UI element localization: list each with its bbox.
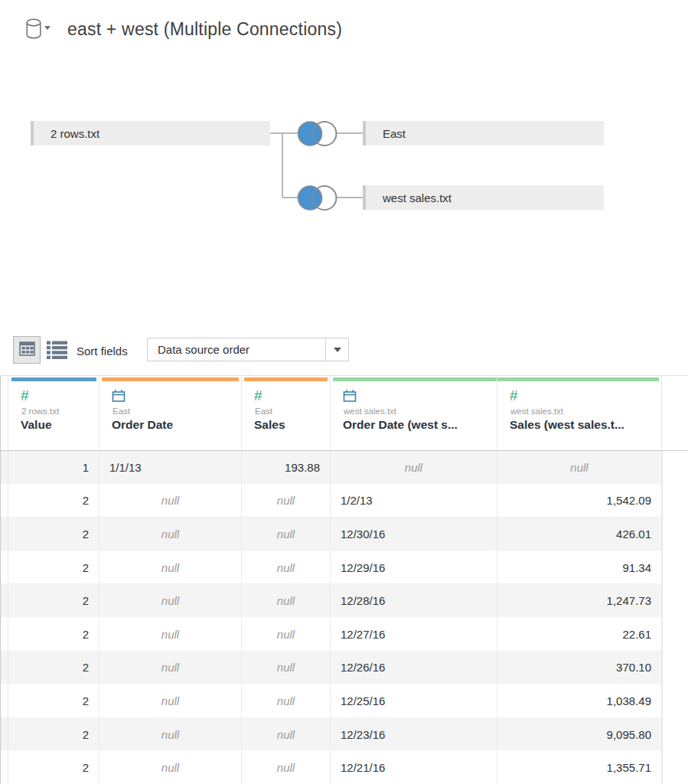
table-cell: 2 xyxy=(8,652,99,685)
table-cell: 2 xyxy=(8,618,99,652)
column-accent-bar xyxy=(244,377,328,381)
table-row: 2nullnull12/27/1622.61 xyxy=(1,618,662,652)
column-accent-bar xyxy=(497,377,659,381)
table-cell: 2 xyxy=(8,751,99,784)
column-field-name: Sales (west sales.t... xyxy=(510,418,651,432)
select-dropdown-button[interactable] xyxy=(325,338,348,361)
table-cell: null xyxy=(242,584,331,618)
table-cell: 12/25/16 xyxy=(331,684,497,718)
table-cell: null xyxy=(242,551,331,585)
column-header-order-date-west-s[interactable]: west sales.txtOrder Date (west s... xyxy=(331,376,497,450)
column-header-sales[interactable]: #EastSales xyxy=(242,376,331,450)
table-row: 2nullnull12/21/161,355.71 xyxy=(1,751,662,784)
table-cell: 2 xyxy=(8,518,99,551)
table-cell: 2 xyxy=(8,485,99,518)
table-cell: 12/23/16 xyxy=(331,718,497,752)
row-gutter-cell xyxy=(1,618,8,652)
page-title: east + west (Multiple Connections) xyxy=(67,19,342,40)
column-header-sales-west-sales-t[interactable]: #west sales.txtSales (west sales.t... xyxy=(497,376,662,450)
table-cell: 12/26/16 xyxy=(331,652,497,685)
table-cell: 1/2/13 xyxy=(331,485,497,518)
sort-order-selected-value: Data source order xyxy=(148,338,325,361)
table-cell: null xyxy=(99,518,242,551)
table-cell: 12/28/16 xyxy=(331,584,497,618)
table-cell: null xyxy=(242,718,331,752)
sort-order-select[interactable]: Data source order xyxy=(147,338,349,361)
column-header-value[interactable]: #2 rows.txtValue xyxy=(8,376,99,450)
table-cell: 12/29/16 xyxy=(331,551,497,585)
column-source-label: west sales.txt xyxy=(510,407,651,416)
table-row: 2nullnull1/2/131,542.09 xyxy=(1,485,662,518)
table-cell: null xyxy=(99,551,242,585)
number-icon: # xyxy=(254,388,330,403)
table-cell: null xyxy=(99,652,242,685)
table-cell: null xyxy=(242,485,331,518)
column-source-label: East xyxy=(255,407,319,416)
grid-view-icon xyxy=(19,341,35,358)
row-gutter-cell xyxy=(1,718,8,752)
column-accent-bar xyxy=(333,377,497,381)
table-cell: 193.88 xyxy=(242,451,331,485)
table-row: 2nullnull12/26/16370.10 xyxy=(1,652,662,685)
column-field-name: Sales xyxy=(254,418,319,432)
table-node-label: west sales.txt xyxy=(383,191,452,204)
table-node-west-sales-txt[interactable]: west sales.txt xyxy=(363,185,604,210)
table-cell: 1,355.71 xyxy=(497,751,662,784)
row-gutter-cell xyxy=(1,551,8,585)
column-accent-bar xyxy=(102,377,239,381)
table-cell: null xyxy=(242,652,331,685)
row-gutter-cell xyxy=(1,451,8,485)
table-cell: 2 xyxy=(8,684,99,718)
row-gutter-cell xyxy=(1,684,8,718)
table-cell: null xyxy=(242,518,331,551)
row-gutter-cell xyxy=(1,584,8,618)
number-icon: # xyxy=(510,388,661,403)
table-cell: 1 xyxy=(8,451,99,485)
column-accent-bar xyxy=(11,377,96,381)
table-row: 2nullnull12/25/161,038.49 xyxy=(1,684,662,718)
database-menu-caret-icon[interactable] xyxy=(44,26,51,30)
row-gutter-cell xyxy=(1,652,8,685)
table-cell: null xyxy=(99,751,242,784)
table-cell: null xyxy=(242,684,331,718)
table-cell: 1,542.09 xyxy=(497,485,662,518)
database-icon[interactable] xyxy=(25,18,42,39)
column-field-name: Order Date (west s... xyxy=(343,418,486,432)
list-view-icon xyxy=(47,341,67,361)
chevron-down-icon xyxy=(334,348,341,352)
table-node-label: 2 rows.txt xyxy=(51,127,99,140)
column-field-name: Order Date xyxy=(112,418,230,432)
table-cell: null xyxy=(242,618,331,652)
column-source-label: west sales.txt xyxy=(344,407,486,416)
column-source-label: East xyxy=(112,407,230,416)
table-cell: 426.01 xyxy=(497,518,662,551)
table-node-east[interactable]: East xyxy=(363,121,604,145)
row-gutter-cell xyxy=(1,485,8,518)
table-cell: 2 xyxy=(8,551,99,585)
table-cell: 370.10 xyxy=(497,652,662,685)
sort-fields-label: Sort fields xyxy=(77,345,128,358)
grid-body: 11/1/13193.88nullnull2nullnull1/2/131,54… xyxy=(0,451,663,784)
table-cell: 2 xyxy=(8,584,99,618)
table-cell: 22.61 xyxy=(497,618,662,652)
table-cell: 2 xyxy=(8,718,99,752)
table-row: 2nullnull12/30/16426.01 xyxy=(1,518,662,551)
calendar-icon xyxy=(112,388,241,403)
list-view-button[interactable] xyxy=(47,341,67,360)
table-cell: null xyxy=(99,584,242,618)
table-cell: 1/1/13 xyxy=(99,451,242,485)
table-cell: null xyxy=(497,451,662,485)
grid-view-button[interactable] xyxy=(13,336,41,364)
table-cell: 1,247.73 xyxy=(497,584,662,618)
table-row: 2nullnull12/23/169,095.80 xyxy=(1,718,662,752)
table-row: 2nullnull12/29/1691.34 xyxy=(1,551,662,585)
column-header-order-date[interactable]: EastOrder Date xyxy=(99,376,242,450)
table-node-2-rows-txt[interactable]: 2 rows.txt xyxy=(31,121,270,145)
table-cell: null xyxy=(99,485,242,518)
row-gutter-cell xyxy=(1,518,8,551)
left-join-venn-icon-east[interactable] xyxy=(296,119,337,148)
table-node-label: East xyxy=(383,127,406,140)
table-cell: null xyxy=(331,451,497,485)
table-cell: null xyxy=(99,684,242,718)
left-join-venn-icon-west-sales[interactable] xyxy=(296,184,337,212)
